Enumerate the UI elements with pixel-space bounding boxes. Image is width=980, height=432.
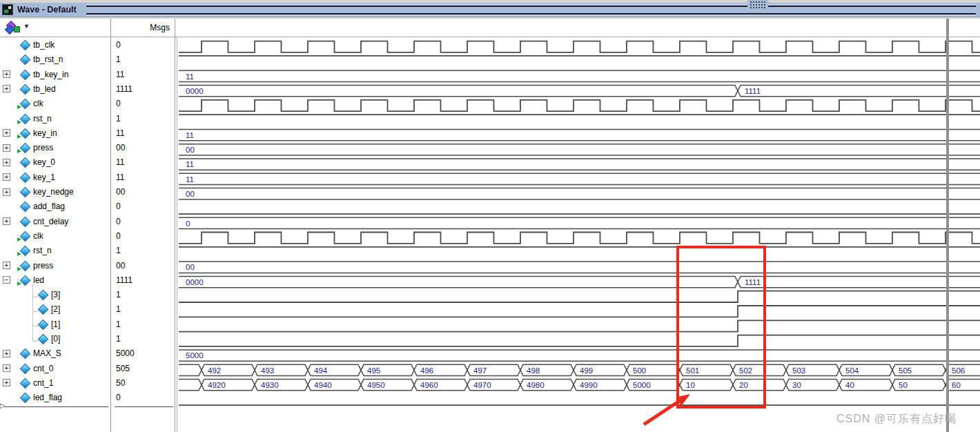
bus-value-label: 0000 <box>186 278 204 286</box>
tree-expander-icon[interactable]: + <box>3 129 10 137</box>
signal-row-key_0[interactable]: +key_0 <box>0 155 110 170</box>
signal-diamond-icon <box>20 364 30 373</box>
bus-value-label: 60 <box>952 381 961 389</box>
signal-value-text: 00 <box>110 187 125 197</box>
signal-row-key_nedge[interactable]: +key_nedge <box>0 184 110 199</box>
signal-name-label: tb_led <box>33 84 56 94</box>
signal-name-label: rst_n <box>33 114 52 124</box>
signal-value-row: 11 <box>110 170 175 185</box>
titlebar[interactable]: Wave - Default <box>0 3 980 17</box>
bus-value-label: 0000 <box>186 87 204 95</box>
values-wave-divider[interactable] <box>175 19 175 432</box>
signal-value-text: 0 <box>110 40 121 50</box>
signal-name-label: tb_rst_n <box>33 55 63 64</box>
signal-value-text: 505 <box>110 364 130 373</box>
signal-row-0[interactable]: [0] <box>0 331 110 346</box>
tree-expander-icon[interactable]: + <box>3 144 10 152</box>
bus-value-label: 0 <box>186 219 190 228</box>
tree-expander-icon[interactable]: + <box>3 173 10 181</box>
bus-value-label: 495 <box>367 366 380 375</box>
signal-row-tb_key_in[interactable]: +tb_key_in <box>0 67 110 82</box>
wave-canvas[interactable]: 1100001111110011110000000001111500049249… <box>178 39 980 432</box>
tree-expander-icon[interactable]: + <box>3 379 10 386</box>
signal-diamond-icon <box>20 40 30 50</box>
signal-row-MAX_S[interactable]: +MAX_S <box>0 346 110 361</box>
tree-line-stub <box>32 297 38 297</box>
signal-value-row: 0 <box>110 390 175 405</box>
signal-row-clk[interactable]: clk <box>0 228 110 244</box>
signal-port-icon <box>20 128 30 138</box>
cursor-value-row-line <box>115 406 173 407</box>
signal-value-text: 1 <box>110 320 121 329</box>
signal-value-row: 505 <box>110 361 175 376</box>
signal-row-2[interactable]: [2] <box>0 302 110 317</box>
signal-value-row: 0 <box>110 228 175 244</box>
signal-port-icon <box>20 246 30 255</box>
signal-value-row: 1 <box>110 331 175 346</box>
signal-value-row: 1111 <box>110 81 175 97</box>
annotation-red-arrow <box>635 386 704 432</box>
signal-row-clk[interactable]: clk <box>0 96 110 111</box>
signal-diamond-icon <box>20 348 30 358</box>
signal-value-row: 1 <box>110 317 175 332</box>
signal-name-label: [1] <box>51 320 60 329</box>
tree-expander-icon[interactable]: + <box>3 262 10 269</box>
bus-value-label: 498 <box>527 366 540 375</box>
insertion-pointer-icon[interactable]: ▷ <box>0 402 6 409</box>
signal-row-led_flag[interactable]: led_flag <box>0 390 110 405</box>
signal-value-text: 0 <box>110 393 121 402</box>
signal-group-icon[interactable] <box>6 21 21 34</box>
time-cursor-line[interactable] <box>946 19 949 432</box>
signal-row-tb_clk[interactable]: tb_clk <box>0 37 110 52</box>
signal-value-row: 1 <box>110 243 175 258</box>
signal-row-led[interactable]: −led <box>0 273 110 288</box>
signal-value-text: 1111 <box>110 275 133 285</box>
signal-value-text: 50 <box>110 378 125 388</box>
tree-expander-icon[interactable]: + <box>3 350 10 357</box>
tree-expander-icon[interactable]: + <box>3 364 10 372</box>
signal-value-row: 1 <box>110 287 175 302</box>
tree-expander-icon[interactable]: + <box>3 159 10 166</box>
signal-value-row: 0 <box>110 96 175 111</box>
signal-row-rst_n[interactable]: rst_n <box>0 111 110 126</box>
tree-expander-icon[interactable]: + <box>3 70 10 78</box>
tree-expander-icon[interactable]: + <box>3 85 10 92</box>
signal-value-row: 11 <box>110 155 175 170</box>
window-icon[interactable] <box>2 4 13 15</box>
tree-expander-icon[interactable]: − <box>3 276 10 284</box>
signal-row-tb_led[interactable]: +tb_led <box>0 81 110 97</box>
signal-value-text: 00 <box>110 143 125 153</box>
signal-value-text: 5000 <box>110 348 135 358</box>
signal-value-text: 0 <box>110 217 121 226</box>
signal-row-press[interactable]: +press <box>0 258 110 273</box>
tree-expander-icon[interactable]: + <box>3 217 10 225</box>
signal-row-rst_n[interactable]: rst_n <box>0 243 110 258</box>
titlebar-grip-icon[interactable] <box>747 0 768 9</box>
signal-row-tb_rst_n[interactable]: tb_rst_n <box>0 52 110 67</box>
signal-row-cnt_1[interactable]: +cnt_1 <box>0 375 110 391</box>
bus-value-label: 11 <box>186 175 194 184</box>
signal-row-cnt_delay[interactable]: +cnt_delay <box>0 214 110 229</box>
signal-value-text: 00 <box>110 261 125 271</box>
bus-value-label: 494 <box>314 366 328 375</box>
signal-row-3[interactable]: [3] <box>0 287 110 302</box>
bus-value-label: 00 <box>186 190 195 198</box>
signal-value-row: 00 <box>110 184 175 199</box>
signal-value-text: 11 <box>110 157 124 167</box>
tree-expander-icon[interactable]: + <box>3 188 10 196</box>
signal-name-label: tb_key_in <box>33 70 68 79</box>
chevron-down-icon[interactable]: ▼ <box>23 23 30 30</box>
signal-diamond-icon <box>20 393 30 402</box>
signal-diamond-icon <box>38 320 48 329</box>
signal-row-cnt_0[interactable]: +cnt_0 <box>0 361 110 376</box>
signal-diamond-icon <box>20 84 30 94</box>
signal-row-press[interactable]: +press <box>0 140 110 155</box>
signal-value-text: 11 <box>110 173 124 182</box>
signal-row-key_in[interactable]: +key_in <box>0 126 110 141</box>
signal-name-label: [2] <box>51 304 60 314</box>
signal-row-key_1[interactable]: +key_1 <box>0 170 110 185</box>
signal-name-label: rst_n <box>33 246 52 255</box>
signal-row-add_flag[interactable]: add_flag <box>0 199 110 214</box>
bus-value-label: 4920 <box>208 381 226 389</box>
signal-row-1[interactable]: [1] <box>0 317 110 332</box>
